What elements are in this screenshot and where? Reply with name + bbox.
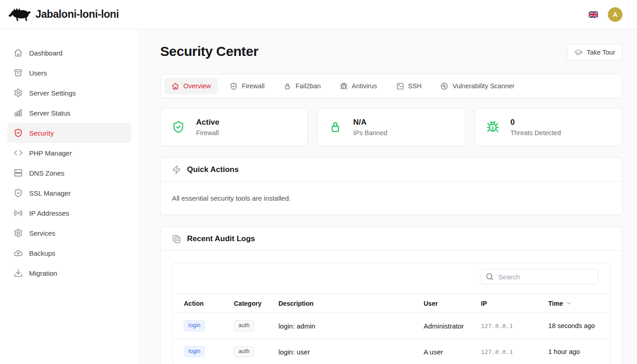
cloud-upload-icon [14, 248, 23, 258]
tab-label: Vulnerability Scanner [452, 82, 514, 90]
avatar[interactable]: A [608, 7, 622, 22]
section-title: Quick Actions [187, 165, 239, 174]
stat-label: IPs Banned [353, 129, 387, 136]
sidebar-item-dns-zones[interactable]: DNS Zones [7, 163, 131, 183]
stat-card-threats: 0 Threats Detected [475, 108, 622, 146]
tab-label: SSH [408, 82, 422, 90]
cell-ip: 127.0.0.1 [481, 349, 548, 355]
tab-label: Overview [183, 82, 211, 90]
lock-icon [283, 82, 291, 90]
zap-icon [172, 165, 181, 174]
sidebar-item-security[interactable]: Security [7, 123, 131, 143]
tab-firewall[interactable]: Firewall [222, 78, 272, 94]
gear-icon [14, 228, 23, 238]
sidebar-item-label: Users [29, 69, 47, 77]
shield-check-icon [230, 82, 238, 90]
tab-label: Antivirus [352, 82, 377, 90]
sidebar-item-backups[interactable]: Backups [7, 243, 131, 263]
sidebar-item-ip-addresses[interactable]: IP Addresses [7, 203, 131, 223]
cell-description: login: admin [278, 322, 424, 330]
column-header-ip[interactable]: IP [481, 300, 548, 307]
sidebar-item-label: Server Status [29, 109, 71, 117]
column-header-time[interactable]: Time [548, 300, 599, 307]
lock-icon [329, 121, 342, 133]
audit-logs-table-card: Action Category Description User IP Time… [172, 263, 611, 364]
sidebar: Dashboard Users Server Settings Server S… [0, 29, 138, 364]
terminal-icon [396, 82, 404, 90]
tab-label: Firewall [242, 82, 264, 90]
download-icon [14, 268, 23, 278]
sidebar-item-label: IP Addresses [29, 209, 69, 217]
cell-time: 18 seconds ago [548, 322, 599, 329]
page-header: Security Center Take Tour [160, 44, 622, 61]
table-header-row: Action Category Description User IP Time [172, 293, 610, 313]
shield-check-icon [14, 128, 23, 137]
sidebar-item-label: Dashboard [29, 49, 62, 57]
cell-user: A user [424, 348, 481, 356]
cell-time: 1 hour ago [548, 348, 599, 355]
column-header-user[interactable]: User [424, 300, 481, 307]
stat-card-ips-banned: N/A IPs Banned [317, 108, 465, 146]
column-header-description[interactable]: Description [278, 300, 424, 307]
sidebar-item-services[interactable]: Services [7, 223, 131, 243]
quick-actions-section: Quick Actions All essential security too… [160, 157, 622, 215]
status-cards: Active Firewall N/A IPs Banned 0 Threats… [160, 108, 622, 146]
tab-label: Fail2ban [295, 82, 321, 90]
stat-value: 0 [511, 118, 561, 127]
sidebar-item-label: PHP Manager [29, 149, 72, 157]
sidebar-item-label: Security [29, 129, 54, 137]
stat-label: Threats Detected [511, 129, 561, 136]
tab-antivirus[interactable]: Antivirus [333, 78, 384, 94]
take-tour-button[interactable]: Take Tour [567, 44, 622, 61]
server-icon [14, 168, 23, 177]
sidebar-item-ssl-manager[interactable]: SSL Manager [7, 183, 131, 203]
cell-user: Administrator [424, 322, 481, 330]
audit-logs-body: Action Category Description User IP Time… [161, 251, 622, 364]
take-tour-label: Take Tour [586, 49, 615, 56]
column-header-action[interactable]: Action [184, 300, 234, 307]
bug-icon [340, 82, 348, 90]
sidebar-item-migration[interactable]: Migration [7, 263, 131, 283]
stat-value: Active [196, 118, 219, 127]
table-row[interactable]: login auth login: user A user 127.0.0.1 … [172, 339, 610, 364]
boar-logo-icon [7, 6, 31, 23]
category-badge: auth [234, 320, 254, 331]
sidebar-item-users[interactable]: Users [7, 63, 131, 83]
top-bar: Jabaloni-loni-loni A [0, 0, 637, 29]
brand-title: Jabaloni-loni-loni [35, 8, 119, 20]
sidebar-item-dashboard[interactable]: Dashboard [7, 43, 131, 63]
cell-ip: 127.0.0.1 [481, 323, 548, 329]
shield-check-icon [14, 188, 23, 197]
tab-vulnerability-scanner[interactable]: Vulnerability Scanner [433, 78, 521, 94]
tab-overview[interactable]: Overview [164, 78, 218, 94]
sidebar-item-server-status[interactable]: Server Status [7, 103, 131, 123]
sidebar-item-label: Services [29, 229, 56, 237]
main-content: Security Center Take Tour Overview Firew… [138, 29, 637, 364]
search-input[interactable] [480, 269, 598, 284]
category-badge: auth [234, 346, 254, 357]
uk-flag-icon[interactable] [589, 11, 598, 18]
security-tabs: Overview Firewall Fail2ban Antivirus SSH… [160, 74, 622, 98]
scan-search-icon [440, 82, 448, 90]
tab-fail2ban[interactable]: Fail2ban [276, 78, 328, 94]
bug-icon [486, 121, 499, 133]
quick-actions-header: Quick Actions [161, 158, 622, 182]
brand[interactable]: Jabaloni-loni-loni [7, 6, 119, 23]
home-icon [172, 82, 179, 90]
tab-ssh[interactable]: SSH [389, 78, 429, 94]
table-row[interactable]: login auth login: admin Administrator 12… [172, 313, 610, 339]
stat-value: N/A [353, 118, 387, 127]
audit-logs-header: Recent Audit Logs [161, 227, 622, 251]
sidebar-item-php-manager[interactable]: PHP Manager [7, 143, 131, 163]
clipboard-list-icon [172, 234, 181, 243]
graduation-cap-icon [574, 48, 582, 56]
search-box [480, 269, 598, 284]
sidebar-item-server-settings[interactable]: Server Settings [7, 83, 131, 103]
gear-icon [14, 88, 23, 97]
column-header-category[interactable]: Category [234, 300, 278, 307]
sidebar-item-label: Server Settings [29, 89, 76, 97]
chevron-down-icon [566, 300, 572, 307]
code-icon [14, 148, 23, 157]
action-badge: login [184, 320, 205, 331]
radio-icon [14, 208, 23, 217]
